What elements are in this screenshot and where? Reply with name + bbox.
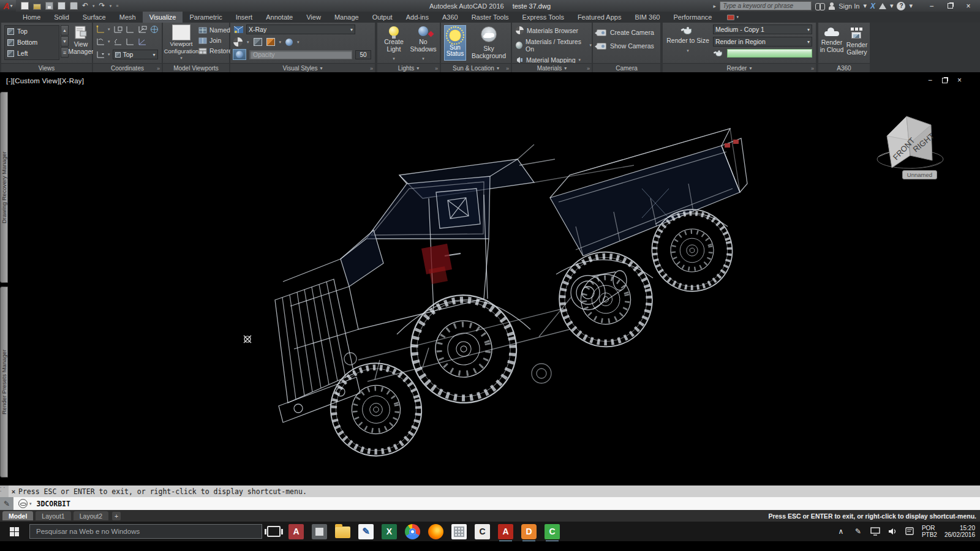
named-ucs-dropdown[interactable]: Top ▾ [113,50,158,59]
tab-add-ins[interactable]: Add-ins [399,12,435,23]
panel-expander-icon[interactable]: » [435,66,438,72]
scroll-grip-icon[interactable]: ≡ [61,47,69,58]
viewcube-ucs-menu[interactable]: Unnamed [902,170,937,179]
materials-textures-button[interactable]: Materials / Textures On▾ [516,38,592,53]
application-menu-button[interactable]: A ▾ [0,0,16,12]
app-window-icon[interactable] [312,524,327,539]
help-icon[interactable]: ? [897,2,905,10]
edge-effects-icon[interactable] [254,38,262,46]
render-in-cloud-button[interactable]: Render in Cloud [820,28,844,53]
panel-label-render[interactable]: Render▾» [663,63,816,72]
customize-qat-icon[interactable]: ≡ [116,4,118,8]
render-gallery-button[interactable]: Render Gallery [845,28,869,56]
panel-expander-icon[interactable]: » [506,66,509,72]
panel-expander-icon[interactable]: » [811,66,814,72]
ucs-caret-icon[interactable]: ▾ [108,39,110,44]
new-file-icon[interactable] [21,2,29,10]
ucs-caret-icon[interactable]: ▾ [108,52,110,57]
view-cube[interactable]: FRONT RIGHT [875,98,948,178]
ucs-globe-icon[interactable] [149,25,159,34]
close-button[interactable]: × [959,0,978,12]
ucs-icon[interactable] [125,25,135,34]
panel-expander-icon[interactable]: » [157,66,160,72]
redo-caret-icon[interactable]: ▾ [110,4,112,9]
clock[interactable]: 15:20 26/02/2016 [944,525,975,538]
calculator-icon[interactable] [451,524,467,539]
undo-icon[interactable]: ↶ [82,2,88,10]
lighting-quality-icon[interactable] [266,38,275,46]
named-viewports-button[interactable]: Named [198,26,232,34]
no-shadows-button[interactable]: No Shadows ▾ [409,26,437,62]
dropdown-caret-icon[interactable]: ▾ [247,40,249,45]
help-caret-icon[interactable]: ▾ [909,2,913,10]
sun-status-button[interactable]: Sun Status [444,25,466,61]
ucs-caret-icon[interactable]: ▾ [108,27,110,32]
panel-label-materials[interactable]: Materials▾» [512,63,592,72]
create-light-button[interactable]: Create Light ▾ [380,26,408,62]
tab-visualize[interactable]: Visualize [143,12,183,23]
list-item[interactable]: Top [5,26,59,37]
opacity-value[interactable]: 50 [355,50,371,59]
views-list[interactable]: Top Bottom Left [4,25,59,60]
speaker-icon[interactable] [888,527,897,536]
redo-icon[interactable]: ↷ [99,2,105,10]
plot-icon[interactable] [70,2,78,10]
save-icon[interactable] [45,2,53,10]
tab-solid[interactable]: Solid [47,12,75,23]
render-to-size-button[interactable]: Render to Size ▾ [665,26,710,54]
notification-icon[interactable] [905,527,914,536]
minimize-button[interactable]: − [922,0,941,12]
visual-style-dropdown[interactable]: X-Ray ▾ [246,24,355,34]
opacity-slider[interactable]: Opacity [249,50,352,59]
panel-label-camera[interactable]: Camera [593,63,660,72]
autocad-taskbar-icon[interactable]: A [498,524,513,539]
tab-annotate[interactable]: Annotate [259,12,300,23]
tray-pen-icon[interactable]: ✎ [853,527,863,536]
a360-icon[interactable] [879,3,886,9]
xray-toggle-button[interactable] [233,49,246,60]
ucs-icon[interactable] [96,37,105,46]
viewport-configuration-button[interactable]: Viewport Configuration ▾ [165,24,197,62]
list-item[interactable]: Left [5,48,59,59]
tab-view[interactable]: View [300,12,328,23]
notes-app-icon[interactable]: ✎ [358,524,374,539]
sign-in-button[interactable]: Sign In [839,2,859,10]
camtasia-recorder-icon[interactable]: C [545,524,560,539]
ucs-icon[interactable] [113,37,123,46]
tab-insert[interactable]: Insert [229,12,260,23]
join-viewports-button[interactable]: Join [198,37,232,44]
ucs-icon[interactable] [113,25,123,34]
panel-label-a360[interactable]: A360 [818,63,870,72]
open-folder-icon[interactable] [33,4,41,10]
command-close-icon[interactable]: × [9,488,18,495]
tray-chevron-up-icon[interactable]: ∧ [836,527,846,536]
chrome-icon[interactable] [405,524,420,539]
command-input-row[interactable]: ✎ ▾ 3DCORBIT [0,497,980,510]
tab-surface[interactable]: Surface [76,12,113,23]
panel-label-coordinates[interactable]: Coordinates» [93,63,162,72]
ucs-icon[interactable] [96,25,105,34]
restore-button[interactable] [941,0,959,12]
shading-sphere-icon[interactable] [285,39,293,46]
new-layout-button[interactable]: + [112,512,121,520]
taskbar-search-input[interactable]: Pesquisar na Web e no Windows [29,524,262,539]
view-manager-button[interactable]: View Manager [70,25,92,55]
tab-express-tools[interactable]: Express Tools [516,12,571,23]
show-cameras-button[interactable]: Show Cameras [597,42,654,50]
dropdown-caret-icon[interactable]: ▾ [279,40,282,45]
customize-wrench-icon[interactable]: ✎ [0,497,13,510]
start-button[interactable] [0,522,28,541]
tab-manage[interactable]: Manage [328,12,366,23]
tab-performance[interactable]: Performance [666,12,718,23]
panel-label-views[interactable]: Views [1,63,92,72]
file-explorer-icon[interactable] [335,527,350,538]
access-app-icon[interactable]: A [288,524,304,539]
ucs-icon[interactable] [96,50,105,59]
tab-a360[interactable]: A360 [435,12,465,23]
tab-raster-tools[interactable]: Raster Tools [465,12,516,23]
tab-featured-apps[interactable]: Featured Apps [571,12,628,23]
search-collapse-icon[interactable]: ▸ [714,3,717,9]
camtasia-icon[interactable]: C [475,524,490,539]
ucs-icon[interactable] [125,37,135,46]
excel-icon[interactable]: X [382,524,397,539]
